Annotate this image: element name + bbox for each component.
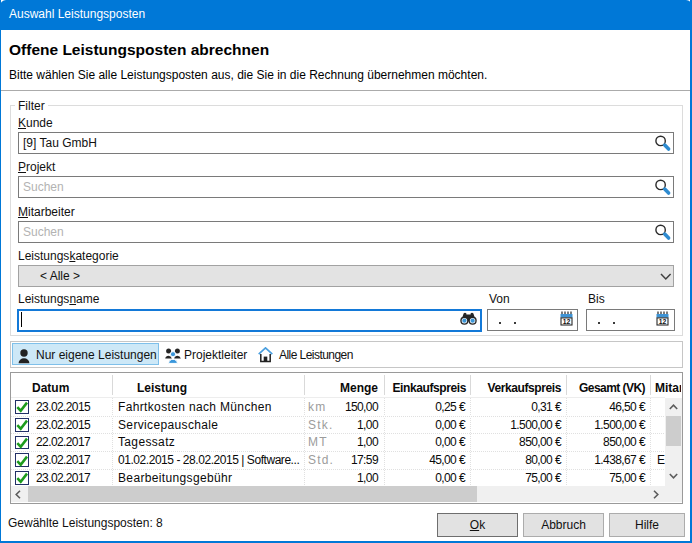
svg-text:12: 12 bbox=[659, 318, 667, 325]
svg-text:12: 12 bbox=[563, 318, 571, 325]
